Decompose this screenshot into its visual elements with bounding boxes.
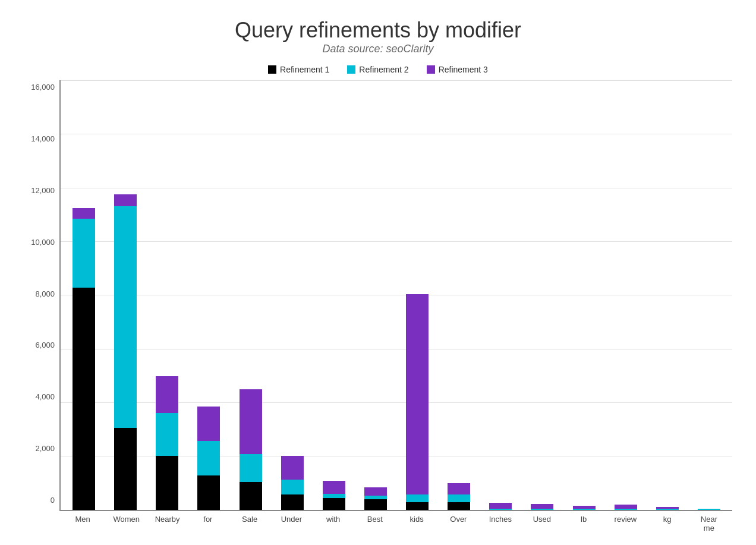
bar-segment-r1 [364,499,387,510]
legend-swatch-ref1 [268,65,276,74]
bar-segment-r2 [615,509,637,510]
bar-segment-r2 [197,441,220,475]
bar-segment-r3 [197,407,220,441]
y-axis-label: 10,000 [31,238,55,247]
bar-stack [698,509,720,510]
bar-group-kg [656,507,679,510]
legend-label-ref2: Refinement 2 [359,65,408,74]
x-axis-label: Near me [698,515,720,533]
bar-segment-r3 [364,487,387,496]
bar-segment-r2 [323,494,345,498]
grid-line [61,188,732,188]
legend-swatch-ref3 [427,65,435,74]
bar-segment-r3 [281,456,304,480]
x-axis-label: kids [405,515,428,533]
bar-segment-r2 [406,494,429,502]
x-axis-label: kg [656,515,679,533]
bar-segment-r1 [448,502,470,510]
x-axis-label: Sale [238,515,261,533]
bar-stack [73,208,95,510]
x-axis-label: Used [531,515,553,533]
bar-group-review [615,505,637,510]
bar-stack [489,503,512,510]
y-axis-label: 2,000 [35,444,55,453]
bar-group-men [73,208,95,510]
bar-segment-r2 [448,494,470,502]
bar-segment-r1 [73,288,95,509]
bar-stack [531,504,553,510]
x-axis-label: Women [113,515,136,533]
bar-group-for [197,407,220,510]
x-axis-label: Under [280,515,303,533]
bar-segment-r2 [73,219,95,288]
x-axis-label: Men [71,515,94,533]
plot-area: MenWomenNearbyforSaleUnderwithBestkidsOv… [59,80,732,533]
y-axis-label: 14,000 [31,134,55,143]
grid-line [61,80,732,81]
y-axis-label: 6,000 [35,341,55,349]
legend: Refinement 1Refinement 2Refinement 3 [268,65,488,74]
bar-group-over [448,483,470,510]
bar-segment-r3 [240,389,262,454]
y-axis-label: 8,000 [35,289,55,298]
bar-stack [323,481,345,510]
bar-group-inches [489,503,512,510]
bar-group-women [114,194,137,510]
bar-stack [156,376,178,510]
bar-segment-r2 [240,454,262,482]
bar-segment-r1 [197,475,220,510]
legend-item-ref2: Refinement 2 [347,65,408,74]
bar-segment-r1 [281,494,304,509]
bar-stack [406,294,429,510]
bar-segment-r2 [281,480,304,494]
chart-title: Query refinements by modifier [235,18,521,43]
x-axis-label: Best [364,515,386,533]
x-axis-label: for [197,515,219,533]
y-axis: 16,00014,00012,00010,0008,0006,0004,0002… [24,80,59,533]
bar-stack [448,483,470,510]
bar-group-lb [573,506,596,510]
x-axis-label: with [322,515,345,533]
bar-segment-r3 [156,376,178,413]
bar-segment-r2 [656,509,679,510]
chart-subtitle: Data source: seoClarity [322,43,433,55]
x-axis-label: Inches [489,515,512,533]
bar-stack [364,487,387,509]
bar-segment-r1 [406,502,429,510]
bar-group-with [323,481,345,510]
x-axis-label: Nearby [155,515,178,533]
bar-segment-r2 [531,509,553,510]
bar-segment-r3 [323,481,345,494]
bar-segment-r1 [114,428,137,510]
chart-area: 16,00014,00012,00010,0008,0006,0004,0002… [24,80,732,533]
legend-swatch-ref2 [347,65,355,74]
bar-segment-r3 [489,503,512,509]
x-axis-label: review [614,515,637,533]
y-axis-label: 12,000 [31,186,55,195]
x-axis-label: lb [572,515,595,533]
bar-stack [656,507,679,510]
bar-stack [573,506,596,510]
y-axis-label: 0 [51,496,55,505]
bar-segment-r3 [531,504,553,509]
bar-group-near-me [698,509,720,510]
bar-segment-r3 [448,483,470,495]
legend-item-ref3: Refinement 3 [427,65,488,74]
bar-segment-r3 [73,208,95,219]
legend-item-ref1: Refinement 1 [268,65,329,74]
x-axis-label: Over [447,515,470,533]
legend-label-ref1: Refinement 1 [280,65,329,74]
bar-segment-r1 [156,456,178,510]
bars-container [59,80,732,511]
bar-segment-r2 [156,413,178,456]
bar-group-used [531,504,553,510]
bar-segment-r2 [489,509,512,510]
bar-stack [240,389,262,510]
legend-label-ref3: Refinement 3 [439,65,488,74]
bar-segment-r3 [406,294,429,494]
bar-segment-r3 [114,194,137,206]
bar-segment-r2 [114,206,137,428]
bar-stack [281,456,304,510]
bar-segment-r2 [698,509,720,510]
bar-segment-r2 [573,509,596,510]
